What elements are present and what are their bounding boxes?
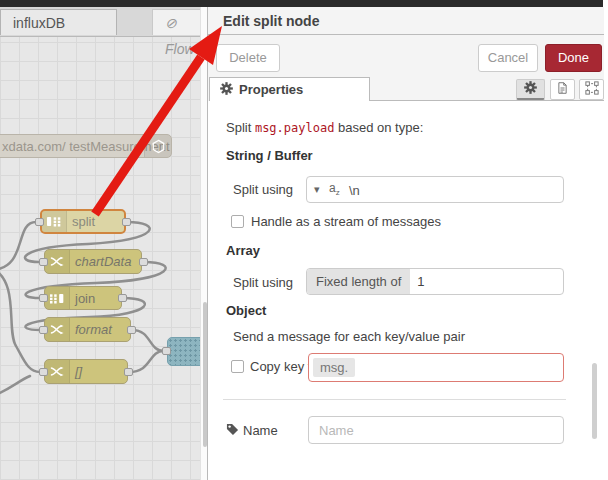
node-label: chartData [75, 250, 131, 273]
array-split-input[interactable]: Fixed length of 1 [306, 268, 564, 295]
node-chartdata[interactable]: chartData [44, 249, 142, 274]
stream-checkbox[interactable] [231, 215, 244, 228]
edit-split-node-panel: Edit split node Delete Cancel Done Prope… [207, 7, 604, 480]
stream-checkbox-label: Handle as a stream of messages [251, 214, 441, 229]
port-in[interactable] [39, 326, 48, 334]
document-icon [556, 81, 569, 99]
node-split[interactable]: split [40, 209, 126, 234]
node-join[interactable]: join [44, 286, 122, 310]
intro-sentence: Split msg.payload based on type: [226, 120, 423, 135]
panel-header: Edit split node [208, 7, 604, 35]
object-heading: Object [226, 303, 266, 318]
port-out[interactable] [127, 326, 136, 334]
node-brackets[interactable]: [] [44, 359, 128, 384]
object-description: Send a message for each key/value pair [233, 329, 465, 344]
function-icon [45, 318, 70, 341]
tab-flow-label: Flow [165, 41, 195, 57]
array-heading: Array [226, 243, 260, 258]
port-out[interactable] [122, 218, 131, 226]
node-label: format [75, 318, 112, 341]
split-node-form: Split msg.payload based on type: String … [208, 101, 604, 480]
ban-icon: ⊘ [165, 15, 177, 31]
tab-properties-label: Properties [239, 82, 303, 97]
form-divider [223, 399, 566, 400]
node-influxdb-out[interactable]: xdata.com/ testMeasurement [0, 134, 172, 158]
gear-icon [524, 80, 537, 98]
name-label: Name [243, 423, 278, 438]
tab-influxdb-label: influxDB [13, 15, 65, 31]
gear-icon [220, 82, 233, 98]
function-icon [45, 360, 70, 383]
function-icon [45, 250, 70, 273]
port-out[interactable] [118, 294, 127, 302]
cancel-button[interactable]: Cancel [478, 44, 538, 72]
name-placeholder: Name [319, 423, 354, 438]
name-input[interactable]: Name [308, 416, 564, 444]
string-type-icon[interactable]: az [329, 181, 340, 197]
app-header-strip [0, 0, 603, 7]
string-split-value[interactable]: \n [349, 183, 360, 198]
msg-payload-code: msg.payload [255, 121, 334, 135]
node-format[interactable]: format [44, 317, 131, 342]
port-out[interactable] [124, 368, 133, 376]
port-in[interactable] [39, 258, 48, 266]
done-button[interactable]: Done [545, 44, 602, 72]
workspace-tabbar: influxDB ⊘ Flow [0, 7, 200, 37]
influxdb-icon [144, 135, 171, 157]
selection-box-icon [585, 81, 599, 99]
tab-influxdb[interactable]: influxDB [0, 9, 117, 35]
appearance-tab-button[interactable] [579, 79, 604, 100]
port-in[interactable] [162, 347, 171, 355]
tab-properties[interactable]: Properties [209, 77, 370, 101]
array-split-value[interactable]: 1 [410, 269, 424, 294]
properties-tab-button[interactable] [516, 79, 545, 100]
node-label: split [72, 211, 95, 232]
array-split-using-label: Split using [233, 275, 293, 290]
node-label: join [75, 287, 95, 309]
copy-key-checkbox[interactable] [231, 360, 244, 373]
copy-key-input[interactable]: msg. [308, 353, 564, 382]
string-buffer-heading: String / Buffer [226, 148, 313, 163]
intro-post: based on type: [334, 120, 423, 135]
typedinput-caret-icon[interactable]: ▾ [314, 183, 320, 196]
panel-title: Edit split node [223, 13, 319, 29]
node-label: [] [75, 360, 82, 383]
description-tab-button[interactable] [550, 79, 575, 100]
port-out[interactable] [139, 258, 148, 266]
tag-icon [226, 423, 239, 439]
intro-pre: Split [226, 120, 255, 135]
fixed-length-prefix: Fixed length of [307, 269, 410, 294]
panel-scrollbar-thumb[interactable] [592, 363, 597, 439]
port-in[interactable] [39, 368, 48, 376]
msg-key-prefix: msg. [313, 358, 355, 377]
port-in[interactable] [35, 218, 44, 226]
split-using-label: Split using [233, 182, 293, 197]
split-icon [42, 211, 67, 232]
string-split-typedinput[interactable]: ▾ az \n [306, 176, 564, 203]
delete-button[interactable]: Delete [216, 44, 280, 72]
join-icon [45, 287, 70, 309]
port-in[interactable] [39, 294, 48, 302]
